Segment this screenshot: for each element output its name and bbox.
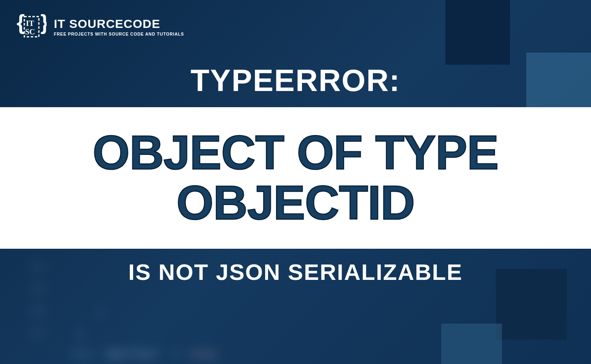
logo-tagline: FREE PROJECTS WITH SOURCE CODE AND TUTOR… [54,32,184,36]
logo-icon: { } IT SC [16,11,47,42]
svg-text:IT: IT [26,19,34,28]
main-title-line-1: OBJECT OF TYPE [93,128,498,178]
logo-container: { } IT SC IT SOURCECODE FREE PROJECTS WI… [16,11,184,42]
main-title-band: OBJECT OF TYPE OBJECTID [0,107,591,249]
decorative-square-1 [445,0,510,65]
heading-typeerror: TYPEERROR: [0,63,591,98]
decorative-square-4 [441,324,502,364]
svg-text:{: { [17,11,25,34]
svg-text:}: } [40,11,47,34]
logo-title: IT SOURCECODE [54,17,184,31]
main-title: OBJECT OF TYPE OBJECTID [93,128,498,228]
heading-bottom: IS NOT JSON SERIALIZABLE [0,259,591,285]
main-title-line-2: OBJECTID [93,178,498,228]
svg-text:SC: SC [25,28,35,36]
